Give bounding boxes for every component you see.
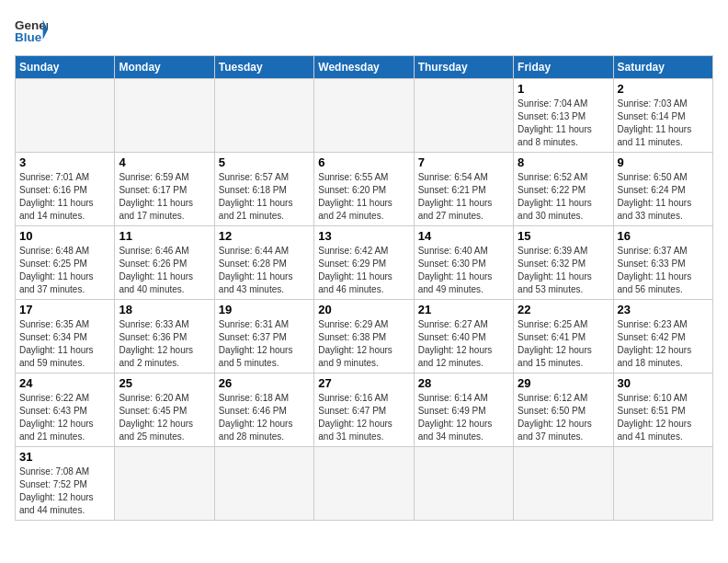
calendar-cell: 18Sunrise: 6:33 AM Sunset: 6:36 PM Dayli…	[115, 300, 214, 373]
calendar-cell	[613, 447, 712, 521]
calendar-cell: 30Sunrise: 6:10 AM Sunset: 6:51 PM Dayli…	[613, 373, 712, 447]
svg-text:Blue: Blue	[15, 30, 42, 44]
weekday-header-friday: Friday	[514, 56, 613, 79]
day-info: Sunrise: 6:16 AM Sunset: 6:47 PM Dayligh…	[318, 392, 409, 443]
calendar-cell: 11Sunrise: 6:46 AM Sunset: 6:26 PM Dayli…	[115, 226, 214, 300]
day-number: 11	[119, 229, 210, 243]
header: General Blue	[15, 15, 713, 48]
weekday-header-saturday: Saturday	[613, 56, 712, 79]
calendar-cell	[115, 79, 214, 153]
calendar-cell	[16, 79, 115, 153]
calendar-cell: 19Sunrise: 6:31 AM Sunset: 6:37 PM Dayli…	[214, 300, 313, 373]
day-number: 12	[219, 229, 310, 243]
day-info: Sunrise: 6:42 AM Sunset: 6:29 PM Dayligh…	[318, 245, 409, 296]
calendar-cell: 5Sunrise: 6:57 AM Sunset: 6:18 PM Daylig…	[214, 153, 313, 226]
day-number: 27	[318, 376, 409, 390]
calendar-cell: 15Sunrise: 6:39 AM Sunset: 6:32 PM Dayli…	[514, 226, 613, 300]
day-info: Sunrise: 6:37 AM Sunset: 6:33 PM Dayligh…	[618, 245, 709, 296]
calendar-cell	[214, 447, 313, 521]
calendar-cell: 17Sunrise: 6:35 AM Sunset: 6:34 PM Dayli…	[16, 300, 115, 373]
day-number: 23	[618, 303, 709, 316]
day-number: 13	[318, 229, 409, 243]
calendar-cell: 13Sunrise: 6:42 AM Sunset: 6:29 PM Dayli…	[314, 226, 414, 300]
calendar-cell: 1Sunrise: 7:04 AM Sunset: 6:13 PM Daylig…	[514, 79, 613, 153]
day-info: Sunrise: 7:03 AM Sunset: 6:14 PM Dayligh…	[618, 98, 709, 149]
logo: General Blue	[15, 15, 48, 48]
day-info: Sunrise: 6:52 AM Sunset: 6:22 PM Dayligh…	[518, 171, 609, 223]
day-number: 10	[19, 229, 110, 243]
calendar-cell: 29Sunrise: 6:12 AM Sunset: 6:50 PM Dayli…	[514, 373, 613, 447]
weekday-header-sunday: Sunday	[16, 56, 115, 79]
day-number: 19	[219, 303, 310, 316]
day-number: 6	[318, 155, 409, 169]
weekday-header-tuesday: Tuesday	[214, 56, 313, 79]
day-info: Sunrise: 6:27 AM Sunset: 6:40 PM Dayligh…	[418, 318, 509, 370]
calendar-cell: 31Sunrise: 7:08 AM Sunset: 7:52 PM Dayli…	[16, 447, 115, 521]
calendar-cell: 7Sunrise: 6:54 AM Sunset: 6:21 PM Daylig…	[414, 153, 513, 226]
calendar-cell	[414, 79, 513, 153]
calendar-cell: 10Sunrise: 6:48 AM Sunset: 6:25 PM Dayli…	[16, 226, 115, 300]
day-info: Sunrise: 6:22 AM Sunset: 6:43 PM Dayligh…	[19, 392, 110, 443]
day-info: Sunrise: 7:04 AM Sunset: 6:13 PM Dayligh…	[518, 98, 609, 149]
calendar-cell: 20Sunrise: 6:29 AM Sunset: 6:38 PM Dayli…	[314, 300, 414, 373]
day-number: 18	[119, 303, 210, 316]
day-info: Sunrise: 6:46 AM Sunset: 6:26 PM Dayligh…	[119, 245, 210, 296]
calendar-cell: 9Sunrise: 6:50 AM Sunset: 6:24 PM Daylig…	[613, 153, 712, 226]
calendar-cell: 12Sunrise: 6:44 AM Sunset: 6:28 PM Dayli…	[214, 226, 313, 300]
day-info: Sunrise: 6:48 AM Sunset: 6:25 PM Dayligh…	[19, 245, 110, 296]
day-number: 3	[19, 155, 110, 169]
day-info: Sunrise: 6:59 AM Sunset: 6:17 PM Dayligh…	[119, 171, 210, 223]
logo-icon: General Blue	[15, 15, 48, 48]
day-number: 7	[418, 155, 509, 169]
calendar-cell: 14Sunrise: 6:40 AM Sunset: 6:30 PM Dayli…	[414, 226, 513, 300]
day-number: 28	[418, 376, 509, 390]
day-info: Sunrise: 6:40 AM Sunset: 6:30 PM Dayligh…	[418, 245, 509, 296]
day-info: Sunrise: 6:23 AM Sunset: 6:42 PM Dayligh…	[618, 318, 709, 370]
weekday-header-monday: Monday	[115, 56, 214, 79]
calendar-cell	[314, 447, 414, 521]
day-number: 21	[418, 303, 509, 316]
calendar-cell: 27Sunrise: 6:16 AM Sunset: 6:47 PM Dayli…	[314, 373, 414, 447]
day-number: 5	[219, 155, 310, 169]
day-number: 30	[618, 376, 709, 390]
calendar-cell	[514, 447, 613, 521]
day-number: 14	[418, 229, 509, 243]
day-info: Sunrise: 6:14 AM Sunset: 6:49 PM Dayligh…	[418, 392, 509, 443]
calendar-cell: 2Sunrise: 7:03 AM Sunset: 6:14 PM Daylig…	[613, 79, 712, 153]
day-info: Sunrise: 6:18 AM Sunset: 6:46 PM Dayligh…	[219, 392, 310, 443]
calendar-cell: 23Sunrise: 6:23 AM Sunset: 6:42 PM Dayli…	[613, 300, 712, 373]
calendar-cell: 21Sunrise: 6:27 AM Sunset: 6:40 PM Dayli…	[414, 300, 513, 373]
calendar-cell: 24Sunrise: 6:22 AM Sunset: 6:43 PM Dayli…	[16, 373, 115, 447]
day-number: 16	[618, 229, 709, 243]
day-info: Sunrise: 6:29 AM Sunset: 6:38 PM Dayligh…	[318, 318, 409, 370]
weekday-header-thursday: Thursday	[414, 56, 513, 79]
calendar-cell: 4Sunrise: 6:59 AM Sunset: 6:17 PM Daylig…	[115, 153, 214, 226]
day-number: 9	[618, 155, 709, 169]
day-info: Sunrise: 6:25 AM Sunset: 6:41 PM Dayligh…	[518, 318, 609, 370]
day-number: 29	[518, 376, 609, 390]
day-info: Sunrise: 6:33 AM Sunset: 6:36 PM Dayligh…	[119, 318, 210, 370]
day-info: Sunrise: 6:31 AM Sunset: 6:37 PM Dayligh…	[219, 318, 310, 370]
calendar-cell: 26Sunrise: 6:18 AM Sunset: 6:46 PM Dayli…	[214, 373, 313, 447]
day-number: 4	[119, 155, 210, 169]
day-number: 1	[518, 82, 609, 96]
weekday-header-wednesday: Wednesday	[314, 56, 414, 79]
calendar-cell: 28Sunrise: 6:14 AM Sunset: 6:49 PM Dayli…	[414, 373, 513, 447]
day-info: Sunrise: 6:10 AM Sunset: 6:51 PM Dayligh…	[618, 392, 709, 443]
day-number: 2	[618, 82, 709, 96]
calendar-cell	[115, 447, 214, 521]
day-number: 26	[219, 376, 310, 390]
calendar-cell: 22Sunrise: 6:25 AM Sunset: 6:41 PM Dayli…	[514, 300, 613, 373]
day-number: 8	[518, 155, 609, 169]
calendar-cell	[314, 79, 414, 153]
calendar-cell: 25Sunrise: 6:20 AM Sunset: 6:45 PM Dayli…	[115, 373, 214, 447]
day-number: 24	[19, 376, 110, 390]
calendar-table: SundayMondayTuesdayWednesdayThursdayFrid…	[15, 55, 713, 521]
calendar-cell	[214, 79, 313, 153]
calendar-cell	[414, 447, 513, 521]
day-number: 22	[518, 303, 609, 316]
day-info: Sunrise: 6:50 AM Sunset: 6:24 PM Dayligh…	[618, 171, 709, 223]
day-info: Sunrise: 6:20 AM Sunset: 6:45 PM Dayligh…	[119, 392, 210, 443]
day-number: 31	[19, 450, 110, 464]
calendar-cell: 8Sunrise: 6:52 AM Sunset: 6:22 PM Daylig…	[514, 153, 613, 226]
